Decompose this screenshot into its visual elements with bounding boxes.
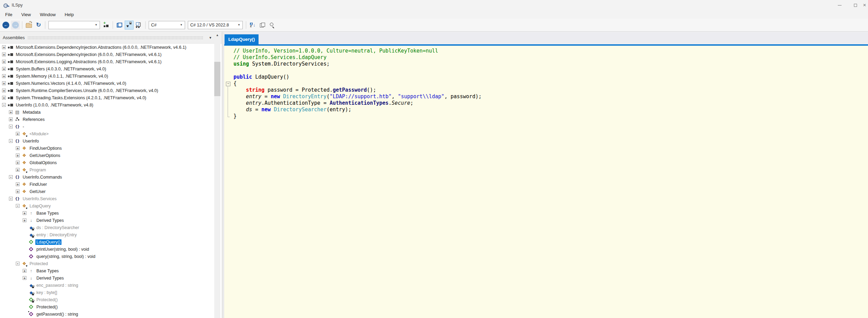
tree-scrollbar[interactable]: ▲ (214, 32, 220, 318)
expand-icon[interactable]: + (16, 182, 20, 186)
forward-button[interactable]: → (11, 21, 20, 30)
tree-row[interactable]: -♥LdapQuery (0, 202, 222, 209)
tree-row-label: LdapQuery (28, 203, 52, 209)
collapse-icon[interactable]: - (9, 175, 13, 179)
tree-row[interactable]: +♥<Module> (0, 130, 222, 137)
show-internal-types-button[interactable] (125, 21, 134, 30)
tree-row[interactable]: enc_password : string (0, 282, 222, 289)
expand-icon[interactable]: + (9, 117, 13, 121)
tree-row[interactable]: +Microsoft.Extensions.Logging.Abstractio… (0, 58, 222, 65)
collapse-icon[interactable]: - (9, 125, 13, 128)
tree-row[interactable]: +FindUserOptions (0, 145, 222, 152)
tree-row[interactable]: +System.Buffers (4.0.3.0, .NETFramework,… (0, 65, 222, 72)
assembly-icon (8, 52, 13, 57)
tree-row[interactable]: query(string, string, bool) : void (0, 253, 222, 260)
tree-row[interactable]: key : byte[] (0, 289, 222, 296)
expand-icon[interactable]: + (23, 211, 26, 215)
expand-icon[interactable]: + (2, 96, 6, 100)
expand-icon[interactable]: + (2, 81, 6, 85)
restore-button[interactable] (847, 0, 863, 10)
tree-row[interactable]: +Derived Types (0, 274, 222, 282)
private-constructor-icon (28, 297, 34, 303)
tree-row[interactable]: +Microsoft.Extensions.DependencyInjectio… (0, 51, 222, 58)
tree-row[interactable]: ds : DirectorySearcher (0, 224, 222, 231)
tree-row[interactable]: +Microsoft.Extensions.DependencyInjectio… (0, 44, 222, 51)
close-button[interactable]: ✕ (863, 0, 868, 10)
tree-row[interactable]: +GetUser (0, 188, 222, 195)
scroll-up-icon[interactable]: ▲ (214, 32, 220, 38)
tree-row[interactable]: -UserInfo (0, 137, 222, 145)
menu-item-file[interactable]: File (1, 11, 17, 18)
tree-row[interactable]: -♥Protected (0, 260, 222, 267)
manage-assembly-lists-button[interactable] (102, 21, 111, 30)
tree-row[interactable]: Protected() (0, 296, 222, 303)
tree-row[interactable]: -- (0, 123, 222, 130)
expand-icon[interactable]: + (16, 132, 20, 136)
tree-row-label: System.Runtime.CompilerServices.Unsafe (… (15, 88, 159, 93)
tree-row[interactable]: -UserInfo.Services (0, 195, 222, 202)
code-view[interactable]: // UserInfo, Version=1.0.0.0, Culture=ne… (224, 46, 868, 318)
tab-ldapquery[interactable]: LdapQuery() (225, 34, 259, 44)
tree-row[interactable]: LdapQuery() (0, 238, 222, 246)
menu-item-help[interactable]: Help (60, 11, 78, 18)
tree-row[interactable]: Protected() (0, 303, 222, 310)
expand-icon[interactable]: + (16, 154, 20, 157)
tree-row-label: Base Types (35, 211, 60, 216)
collapse-icon[interactable]: - (2, 103, 6, 107)
sort-assemblies-button[interactable]: AZ↓ (248, 21, 257, 30)
scrollbar-thumb[interactable] (214, 62, 220, 96)
tree-row[interactable]: +Base Types (0, 209, 222, 217)
expand-icon[interactable]: + (2, 45, 6, 49)
collapse-icon[interactable]: - (16, 262, 20, 265)
expand-icon[interactable]: + (2, 74, 6, 78)
tree-row[interactable]: -UserInfo (1.0.0.0, .NETFramework, v4.8) (0, 101, 222, 109)
back-button[interactable]: ← (1, 21, 10, 30)
tree-row[interactable]: +Metadata (0, 109, 222, 116)
search-button[interactable] (267, 21, 276, 30)
minimize-button[interactable] (832, 0, 847, 10)
tree-row[interactable]: +System.Memory (4.0.1.1, .NETFramework, … (0, 72, 222, 80)
menu-item-window[interactable]: Window (35, 11, 60, 18)
tree-row[interactable]: printUser(string, bool) : void (0, 246, 222, 253)
expand-icon[interactable]: + (2, 89, 6, 92)
expand-icon[interactable]: + (23, 269, 26, 273)
tree-row[interactable]: +System.Numerics.Vectors (4.1.4.0, .NETF… (0, 80, 222, 87)
collapse-icon[interactable]: - (9, 139, 13, 143)
assembly-list-select[interactable]: ▼ (48, 21, 100, 29)
panel-drag-grip[interactable] (27, 36, 203, 39)
language-select[interactable]: C# ▼ (149, 21, 185, 29)
expand-icon[interactable]: + (23, 218, 26, 222)
tree-row[interactable]: +System.Threading.Tasks.Extensions (4.2.… (0, 94, 222, 101)
expand-icon[interactable]: + (16, 190, 20, 193)
expand-icon[interactable]: + (16, 161, 20, 164)
tree-row[interactable]: +System.Runtime.CompilerServices.Unsafe … (0, 87, 222, 94)
expand-icon[interactable]: + (2, 53, 6, 56)
tree-row[interactable]: -UserInfo.Commands (0, 173, 222, 181)
language-version-select[interactable]: C# 12.0 / VS 2022.8 ▼ (188, 21, 243, 29)
expand-icon[interactable]: + (16, 146, 20, 150)
expand-icon[interactable]: + (23, 276, 26, 280)
expand-icon[interactable]: + (9, 110, 13, 114)
tree-row[interactable]: +FindUser (0, 181, 222, 188)
menu-item-view[interactable]: View (17, 11, 35, 18)
tree-row[interactable]: +References (0, 116, 222, 123)
collapse-icon[interactable]: - (9, 197, 13, 201)
tree-row[interactable]: +GlobalOptions (0, 159, 222, 166)
expand-icon[interactable]: + (2, 60, 6, 64)
panel-menu-button[interactable]: ▼ (206, 36, 215, 39)
open-file-button[interactable] (24, 21, 33, 30)
expand-icon[interactable]: + (16, 168, 20, 172)
tree-row[interactable]: +GetUserOptions (0, 152, 222, 159)
tree-row[interactable]: entry : DirectoryEntry (0, 231, 222, 238)
tree-row[interactable]: +Derived Types (0, 217, 222, 224)
reload-button[interactable]: ↻ (34, 21, 43, 30)
show-all-members-button[interactable] (134, 21, 143, 30)
tree-row[interactable]: getPassword() : string (0, 310, 222, 318)
tree-row[interactable]: +♥Program (0, 166, 222, 173)
tree-row[interactable]: +Base Types (0, 267, 222, 274)
collapse-icon[interactable]: - (16, 204, 20, 208)
expand-icon[interactable]: + (2, 67, 6, 71)
show-public-only-button[interactable] (115, 21, 124, 30)
fold-marker-icon[interactable] (224, 80, 233, 87)
update-windows-button[interactable] (258, 21, 267, 30)
